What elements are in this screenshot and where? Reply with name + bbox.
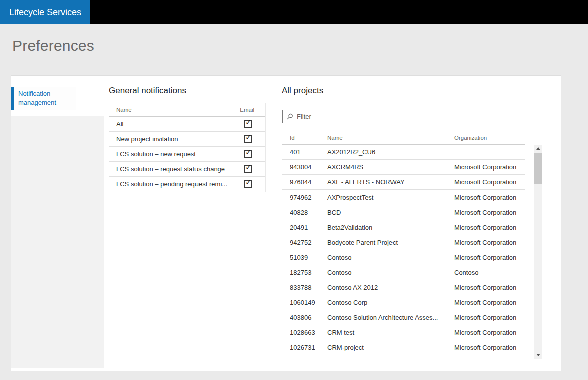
scroll-up-icon [536,147,540,150]
project-organization: Microsoft Corporation [454,329,525,336]
project-row[interactable]: 1060149 Contoso Corp Microsoft Corporati… [282,295,525,310]
all-projects-heading: All projects [282,86,542,96]
project-name: Contoso Solution Architecture Asses... [327,314,454,321]
preferences-card: Notification management General notifica… [11,75,561,371]
project-organization: Microsoft Corporation [454,209,525,216]
project-row[interactable]: 943004 AXCRM4RS Microsoft Corporation [282,160,525,175]
column-header-email: Email [240,107,254,113]
projects-scrollbar[interactable] [534,145,542,359]
app-title[interactable]: Lifecycle Services [0,0,90,24]
project-row[interactable]: 182753 Contoso Contoso [282,265,525,280]
column-header-id[interactable]: Id [290,135,327,141]
project-row[interactable]: 40828 BCD Microsoft Corporation [282,205,525,220]
project-organization: Microsoft Corporation [454,284,525,291]
project-name: AXCRM4RS [327,163,454,171]
project-id: 401 [290,148,327,156]
email-checkbox[interactable]: ✓ [244,120,252,128]
email-checkbox[interactable]: ✓ [244,135,252,143]
project-row[interactable]: 833788 Contoso AX 2012 Microsoft Corpora… [282,280,525,295]
project-row[interactable]: 403806 Contoso Solution Architecture Ass… [282,310,525,325]
project-name: CRM-project [327,344,454,351]
project-id: 1026731 [290,344,327,351]
sidebar-item-notification-management[interactable]: Notification management [11,87,76,110]
project-row[interactable]: 401 AX2012R2_CU6 [282,145,525,160]
project-row[interactable]: 1026731 CRM-project Microsoft Corporatio… [282,340,525,355]
project-id: 833788 [290,284,327,291]
project-row[interactable]: 20491 Beta2Validation Microsoft Corporat… [282,220,525,235]
sidebar-background [11,116,104,368]
project-organization: Microsoft Corporation [454,299,525,306]
project-name: AXProspectTest [327,194,454,201]
project-id: 51039 [290,254,327,261]
project-row[interactable]: 976044 AXL - ALERTS - NORWAY Microsoft C… [282,175,525,190]
project-id: 943004 [290,163,327,171]
project-organization: Microsoft Corporation [454,194,525,201]
project-organization: Microsoft Corporation [454,178,525,186]
notification-row[interactable]: New project invitation ✓ [109,132,265,147]
project-name: Beta2Validation [327,224,454,231]
project-name: Contoso Corp [327,299,454,306]
filter-input[interactable] [297,113,387,120]
project-id: 976044 [290,178,327,186]
top-bar: Lifecycle Services [0,0,588,24]
email-checkbox[interactable]: ✓ [244,180,252,188]
project-organization: Microsoft Corporation [454,163,525,171]
project-organization: Microsoft Corporation [454,239,525,246]
content-area: General notifications Name Email All ✓ N… [104,76,561,371]
column-header-name: Name [116,107,132,113]
project-name: CRM test [327,329,454,336]
page-title: Preferences [12,37,588,55]
filter-box [282,110,391,123]
notification-name: LCS solution – pending request remi... [116,180,227,188]
notification-row[interactable]: LCS solution – request status change ✓ [109,162,265,177]
general-notifications-section: General notifications Name Email All ✓ N… [109,86,266,371]
project-organization: Microsoft Corporation [454,224,525,231]
project-organization: Microsoft Corporation [454,254,525,261]
notification-name: LCS solution – request status change [116,165,225,173]
notification-row[interactable]: LCS solution – pending request remi... ✓ [109,177,265,192]
projects-table: Id Name Organization 401 AX2012R2_CU6 94… [282,131,525,355]
check-icon: ✓ [245,163,252,171]
project-organization: Microsoft Corporation [454,314,525,321]
notification-row[interactable]: All ✓ [109,117,265,132]
notification-name: New project invitation [116,135,178,143]
scroll-down-icon [536,354,540,356]
project-id: 974962 [290,194,327,201]
top-bar-spacer [90,0,588,24]
all-projects-section: All projects Id Name Organization [276,86,542,371]
sidebar-item-label: Notification management [18,90,56,106]
general-notifications-heading: General notifications [109,86,266,96]
project-id: 403806 [290,314,327,321]
project-name: BCD [327,209,454,216]
column-header-name[interactable]: Name [327,135,454,141]
projects-panel: Id Name Organization 401 AX2012R2_CU6 94… [276,103,542,359]
check-icon: ✓ [245,148,252,156]
project-name: Contoso [327,269,454,276]
notifications-table: Name Email All ✓ New project invitation … [109,103,266,192]
project-name: AXL - ALERTS - NORWAY [327,178,454,186]
email-checkbox[interactable]: ✓ [244,150,252,158]
project-id: 182753 [290,269,327,276]
project-row[interactable]: 974962 AXProspectTest Microsoft Corporat… [282,190,525,205]
project-row[interactable]: 51039 Contoso Microsoft Corporation [282,250,525,265]
scroll-up-button[interactable] [534,145,542,152]
project-row[interactable]: 1028663 CRM test Microsoft Corporation [282,325,525,340]
project-id: 20491 [290,224,327,231]
project-organization: Contoso [454,269,525,276]
project-id: 942752 [290,239,327,246]
projects-table-header: Id Name Organization [282,131,525,145]
email-checkbox[interactable]: ✓ [244,165,252,173]
scroll-down-button[interactable] [534,351,542,359]
notification-row[interactable]: LCS solution – new request ✓ [109,147,265,162]
project-row[interactable]: 942752 Bodycote Parent Project Microsoft… [282,235,525,250]
scrollbar-thumb[interactable] [534,153,542,184]
notifications-table-header: Name Email [109,103,265,117]
column-header-organization[interactable]: Organization [454,135,525,141]
project-name: Bodycote Parent Project [327,239,454,246]
notification-name: All [116,120,123,128]
sidebar: Notification management [11,76,104,371]
project-name: AX2012R2_CU6 [327,148,454,156]
project-id: 1028663 [290,329,327,336]
project-name: Contoso [327,254,454,261]
check-icon: ✓ [245,118,252,126]
